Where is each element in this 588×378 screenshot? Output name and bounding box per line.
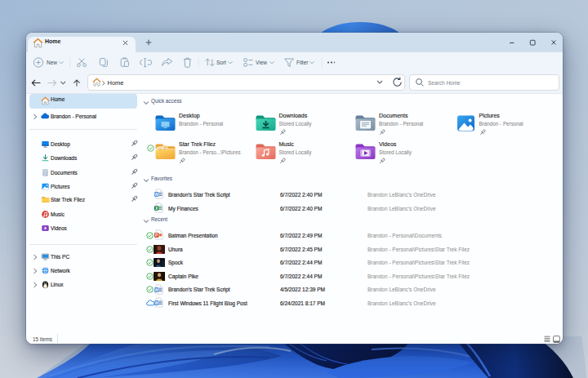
svg-text:W: W <box>154 287 158 291</box>
svg-text:W: W <box>154 300 158 305</box>
svg-text:W: W <box>154 192 158 197</box>
